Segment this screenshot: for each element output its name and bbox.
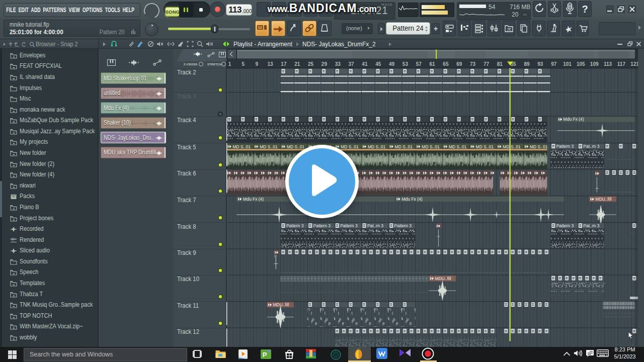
svg-text:MD S..01: MD S..01 xyxy=(422,144,440,149)
svg-text:MD S..01: MD S..01 xyxy=(449,144,467,149)
svg-text:65: 65 xyxy=(443,61,449,67)
svg-text:97: 97 xyxy=(551,61,557,67)
svg-text:MDU..fill: MDU..fill xyxy=(595,197,611,202)
svg-text:P: P xyxy=(263,351,267,358)
svg-text:37: 37 xyxy=(349,61,355,67)
svg-text:MD S..01: MD S..01 xyxy=(233,144,251,149)
svg-text:MD S..01: MD S..01 xyxy=(530,144,548,149)
svg-text:17: 17 xyxy=(281,61,287,67)
svg-text:9: 9 xyxy=(255,61,258,67)
svg-text:57: 57 xyxy=(416,61,422,67)
svg-text:MDU..fill: MDU..fill xyxy=(435,276,451,281)
svg-text:Pattern 3: Pattern 3 xyxy=(340,223,358,228)
svg-text:Mdu Fx (4): Mdu Fx (4) xyxy=(402,197,423,202)
svg-text:5: 5 xyxy=(242,61,245,67)
svg-text:13: 13 xyxy=(267,61,273,67)
svg-text:77: 77 xyxy=(484,61,490,67)
svg-text:93: 93 xyxy=(537,61,543,67)
svg-text:Pattern 3: Pattern 3 xyxy=(394,223,412,228)
svg-text:21: 21 xyxy=(294,61,300,67)
svg-text:109: 109 xyxy=(590,61,599,67)
svg-text:101: 101 xyxy=(563,61,572,67)
svg-text:69: 69 xyxy=(456,61,462,67)
svg-text:49: 49 xyxy=(389,61,395,67)
svg-text:61: 61 xyxy=(430,61,436,67)
svg-text:117: 117 xyxy=(617,61,626,67)
svg-text:Pattern 3: Pattern 3 xyxy=(556,144,574,149)
svg-text:25: 25 xyxy=(308,61,314,67)
svg-text:89: 89 xyxy=(524,61,530,67)
svg-text:Pat..rn 3: Pat..rn 3 xyxy=(583,223,599,228)
svg-text:MDU..fill: MDU..fill xyxy=(273,302,289,307)
svg-text:MD S..01: MD S..01 xyxy=(260,144,278,149)
svg-text:Pattern 3: Pattern 3 xyxy=(286,223,304,228)
svg-text:Mdu Fx (4): Mdu Fx (4) xyxy=(564,117,584,122)
svg-text:113: 113 xyxy=(604,61,612,67)
svg-text:33: 33 xyxy=(335,61,341,67)
svg-text:81: 81 xyxy=(497,61,503,67)
svg-text:1: 1 xyxy=(228,61,231,67)
svg-text:Pat..rn 3: Pat..rn 3 xyxy=(367,223,383,228)
svg-text:Pat..rn 3: Pat..rn 3 xyxy=(583,144,599,149)
svg-text:MD S..01: MD S..01 xyxy=(368,144,386,149)
svg-text:121: 121 xyxy=(630,61,638,67)
svg-text:105: 105 xyxy=(577,61,585,67)
svg-text:45: 45 xyxy=(375,61,381,67)
svg-text:Pattern 3: Pattern 3 xyxy=(556,223,574,228)
svg-text:Mdu Fx (4): Mdu Fx (4) xyxy=(243,197,264,202)
svg-text:29: 29 xyxy=(321,61,328,67)
svg-text:MD S..01: MD S..01 xyxy=(395,144,413,149)
svg-text:MD S..01: MD S..01 xyxy=(476,144,494,149)
svg-text:MD S..01: MD S..01 xyxy=(503,144,521,149)
svg-text:41: 41 xyxy=(362,61,368,67)
svg-text:Pattern 3: Pattern 3 xyxy=(313,223,331,228)
svg-text:73: 73 xyxy=(470,61,476,67)
svg-text:53: 53 xyxy=(403,61,409,67)
